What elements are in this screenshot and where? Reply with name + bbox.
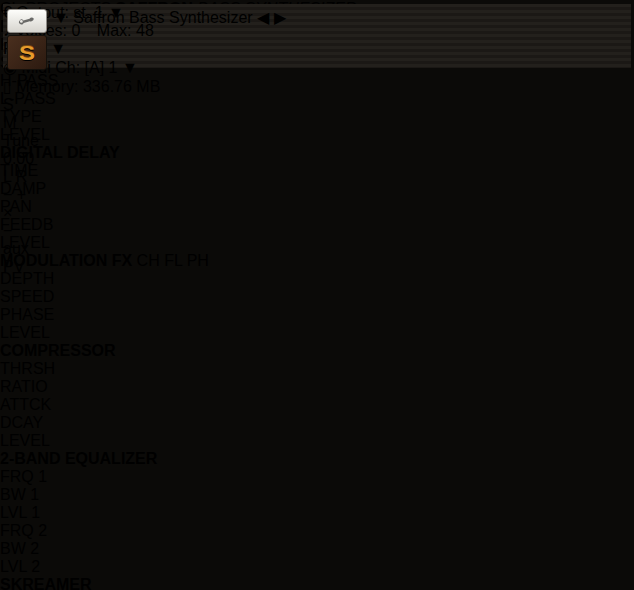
memory-readout: ▯ Memory: 336.76 MB [3,77,631,96]
knob-phase[interactable]: PHASE [0,306,634,324]
knob-bw-1[interactable]: BW 1 [0,486,634,504]
aux-button[interactable]: aux [3,240,631,258]
collapse-caret-icon[interactable]: ▼ [53,9,69,26]
knob-dcay[interactable]: DCAY [0,414,634,432]
memory-icon: ▯ [3,78,12,95]
next-instrument-arrow-icon[interactable]: ▶ [274,9,286,26]
solo-button[interactable]: S [3,96,631,114]
wrench-icon [18,15,36,27]
instrument-title: Saffron Bass Synthesizer [73,9,252,26]
volume-plus-label: + [17,186,26,203]
section-title: COMPRESSOR [0,342,116,359]
instrument-header: S ▼ Saffron Bass Synthesizer ◀ ▶ € Outpu… [3,4,631,68]
knob-ratio[interactable]: RATIO [0,378,634,396]
volume-minus-label: − [3,186,12,203]
tune-value[interactable]: 0.00 [3,150,631,168]
section-header: COMPRESSOR [0,342,634,360]
prev-instrument-arrow-icon[interactable]: ◀ [257,9,269,26]
midi-channel-selector[interactable]: ◉ Midi Ch: [A] 1 ▼ [3,58,631,77]
section-title: 2-BAND EQUALIZER [0,450,157,467]
minimize-instrument-icon[interactable]: − [3,222,631,240]
section-title: SKREAMER [0,576,92,590]
knob-lvl-1[interactable]: LVL 1 [0,504,634,522]
knob-bw-2[interactable]: BW 2 [0,540,634,558]
pan-left-label: L [3,168,11,185]
section-skreamer: SKREAMER TONEDRIVEBASSBRGHTCLNLEVEL [0,576,634,590]
pv-button[interactable]: PV [3,258,631,276]
pan-right-label: R [16,168,28,185]
knob-modfx-level[interactable]: LEVEL [0,324,634,342]
purge-dropdown-icon[interactable]: ▼ [50,40,66,57]
section-compressor: COMPRESSOR THRSHRATIOATTCKDCAY LEVEL [0,342,634,450]
section-equalizer: 2-BAND EQUALIZER FRQ 1BW 1LVL 1FRQ 2BW 2… [0,450,634,576]
instrument-title-bar[interactable]: ▼ Saffron Bass Synthesizer ◀ ▶ [53,8,401,31]
section-header: SKREAMER [0,576,634,590]
knob-thrsh[interactable]: THRSH [0,360,634,378]
knob-frq-1[interactable]: FRQ 1 [0,468,634,486]
knob-compressor-level[interactable]: LEVEL [0,432,634,450]
memory-value: 336.76 MB [83,78,160,95]
kontakt-instrument-window: S ▼ Saffron Bass Synthesizer ◀ ▶ € Outpu… [0,0,634,590]
edit-wrench-button[interactable] [7,9,47,33]
tune-label: Tune [3,132,631,150]
remove-instrument-icon[interactable]: × [3,204,631,222]
logo-letter: S [19,42,35,62]
knob-attck[interactable]: ATTCK [0,396,634,414]
purge-menu[interactable]: Purge ▼ [3,40,631,58]
section-header: 2-BAND EQUALIZER [0,450,634,468]
knob-frq-2[interactable]: FRQ 2 [0,522,634,540]
pan-slider[interactable]: L R [3,168,631,186]
knob-speed[interactable]: SPEED [0,288,634,306]
midi-value: [A] 1 [85,59,118,76]
mute-button[interactable]: M [3,114,631,132]
saffron-logo-badge: S [7,35,47,70]
midi-dropdown-icon[interactable]: ▼ [122,59,138,76]
volume-slider[interactable]: − + [3,186,631,204]
knob-lvl-2[interactable]: LVL 2 [0,558,634,576]
memory-label: Memory: [16,78,78,95]
